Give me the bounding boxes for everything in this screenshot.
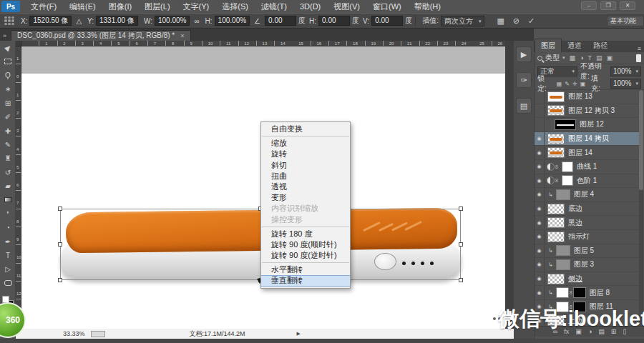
type-tool[interactable]: T [0, 249, 16, 262]
context-menu-item-0[interactable]: 自由变换 [261, 124, 350, 134]
interpolation-select[interactable]: 两次立方 ▾ [441, 16, 485, 26]
menu-item-5[interactable]: 选择(S) [215, 0, 255, 13]
dodge-tool[interactable]: ◔ [0, 221, 16, 234]
gradient-tool[interactable] [0, 193, 16, 207]
lock-icon-2[interactable]: ✛ [572, 81, 577, 87]
marquee-tool[interactable] [0, 54, 16, 68]
crop-tool[interactable]: ⊞ [0, 96, 16, 110]
status-options-box[interactable] [91, 331, 105, 337]
layer-row-14[interactable]: ◉↳8图层 8 [535, 286, 640, 300]
context-menu-item-5[interactable]: 扭曲 [261, 171, 350, 182]
document-tab[interactable]: DSC_0360.psd @ 33.3% (图层 14 拷贝, RGB/8) *… [11, 30, 191, 41]
context-menu-item-6[interactable]: 透视 [261, 182, 350, 192]
healing-brush-tool[interactable]: ✚ [0, 124, 16, 137]
skew-h-input[interactable]: 0.00 [318, 16, 350, 26]
history-panel-icon[interactable]: ▤ [516, 98, 532, 114]
opacity-input[interactable]: 100% ▾ [610, 66, 641, 76]
panel-menu-icon[interactable]: ≡ [638, 45, 641, 52]
layer-row-5[interactable]: ◉8曲线 1 [535, 160, 640, 174]
transform-handle[interactable] [459, 242, 463, 247]
chevron-down-icon[interactable]: ▾ [562, 55, 565, 61]
actions-panel-icon[interactable]: ▶ [516, 46, 532, 62]
menu-item-7[interactable]: 3D(D) [293, 0, 327, 13]
layers-scrollbar[interactable] [639, 90, 643, 327]
transform-handle[interactable] [58, 207, 62, 211]
tab-layers[interactable]: 图层 [535, 39, 562, 52]
relative-position-icon[interactable]: △ [76, 17, 82, 25]
layer-row-10[interactable]: ◉指示灯 [535, 230, 640, 244]
shape-tool[interactable] [0, 277, 16, 290]
layer-row-1[interactable]: 图层 12 拷贝 3 [535, 104, 640, 119]
context-menu-item-16[interactable]: 垂直翻转 [261, 275, 350, 286]
visibility-eye-icon[interactable]: ◉ [535, 272, 545, 286]
x-input[interactable]: 1520.50 像 [29, 16, 72, 26]
close-button[interactable]: ✕ [620, 1, 635, 10]
visibility-empty-well[interactable] [535, 118, 545, 131]
layer-row-9[interactable]: ◉黑边 [535, 216, 640, 230]
visibility-eye-icon[interactable]: ◉ [535, 258, 545, 272]
layer-row-11[interactable]: ◉↳图层 5 [535, 244, 640, 259]
menu-item-9[interactable]: 窗口(W) [366, 0, 408, 13]
layer-row-13[interactable]: ◉侧边 [535, 272, 640, 287]
workspace-switcher[interactable]: 基本功能 [607, 16, 644, 26]
filter-icon-2[interactable]: T [587, 54, 592, 61]
visibility-eye-icon[interactable]: ◉ [535, 188, 545, 202]
context-menu-item-11[interactable]: 旋转 180 度 [261, 229, 350, 239]
fill-input[interactable]: 100% ▾ [610, 79, 641, 89]
move-tool[interactable]: ▶ [0, 41, 16, 54]
layer-row-12[interactable]: ◉↳图层 3 [535, 258, 640, 272]
commit-transform-icon[interactable]: ✓ [528, 16, 535, 26]
transform-handle[interactable] [58, 278, 62, 282]
eraser-tool[interactable]: ▰ [0, 179, 16, 193]
canvas-scrollbar[interactable] [505, 41, 514, 339]
tab-channels[interactable]: 通道 [562, 39, 587, 52]
brush-panel-icon[interactable]: ✑ [516, 72, 532, 88]
filter-icon-0[interactable]: ▦ [570, 54, 576, 61]
visibility-empty-well[interactable] [535, 104, 545, 118]
blur-tool[interactable]: ❜ [0, 207, 16, 221]
angle-input[interactable]: 0.00 [265, 16, 296, 26]
layer-row-0[interactable]: 图层 13 [535, 90, 640, 104]
reference-point-icon[interactable] [4, 16, 14, 25]
minimize-button[interactable]: – [581, 1, 597, 10]
menu-item-1[interactable]: 编辑(E) [63, 0, 102, 13]
visibility-eye-icon[interactable]: ◉ [535, 146, 545, 159]
path-selection-tool[interactable]: ▷ [0, 262, 16, 276]
visibility-eye-icon[interactable]: ◉ [535, 160, 545, 174]
layer-row-8[interactable]: ◉底边 [535, 202, 640, 217]
height-input[interactable]: 100.00% [215, 16, 250, 26]
visibility-eye-icon[interactable]: ◉ [535, 174, 545, 188]
cancel-transform-icon[interactable]: ⊘ [513, 16, 519, 26]
context-menu-item-12[interactable]: 旋转 90 度(顺时针) [261, 239, 350, 250]
visibility-eye-icon[interactable]: ◉ [535, 216, 545, 229]
filter-icon-3[interactable]: ▤ [596, 54, 602, 61]
menu-item-0[interactable]: 文件(F) [24, 0, 63, 13]
ruler-origin[interactable] [16, 41, 21, 46]
pen-tool[interactable]: ✒ [0, 234, 16, 248]
filter-icon-4[interactable]: ▣ [606, 54, 613, 61]
transform-handle[interactable] [459, 207, 463, 211]
layer-row-3[interactable]: ◉图层 14 拷贝 [535, 132, 640, 146]
lock-icon-0[interactable]: ▦ [557, 81, 562, 87]
context-menu-item-3[interactable]: 旋转 [261, 149, 350, 159]
status-popup-icon[interactable]: ▶ [297, 331, 301, 337]
filter-switch-icon[interactable] [636, 54, 641, 62]
brush-tool[interactable]: ✎ [0, 138, 16, 151]
skew-v-input[interactable]: 0.00 [371, 16, 403, 26]
layer-row-6[interactable]: ◉8色阶 1 [535, 174, 640, 189]
tab-overflow-icon[interactable]: » [0, 32, 11, 41]
width-input[interactable]: 100.00% [155, 16, 190, 26]
layer-row-7[interactable]: ◉↳图层 4 [535, 188, 640, 202]
context-menu-item-2[interactable]: 缩放 [261, 138, 350, 149]
visibility-empty-well[interactable] [535, 90, 545, 104]
restore-button[interactable]: ❐ [600, 1, 616, 10]
tab-close-icon[interactable]: × [180, 31, 184, 41]
lock-icon-1[interactable]: ✎ [565, 81, 570, 87]
maintain-aspect-icon[interactable]: ∞ [194, 17, 199, 25]
visibility-eye-icon[interactable]: ◉ [535, 230, 545, 244]
menu-item-10[interactable]: 帮助(H) [408, 0, 447, 13]
transform-handle[interactable] [58, 242, 62, 247]
layer-row-4[interactable]: ◉图层 14 [535, 146, 640, 160]
context-menu-item-4[interactable]: 斜切 [261, 160, 350, 171]
filter-icon-1[interactable]: ◑ [580, 54, 583, 61]
